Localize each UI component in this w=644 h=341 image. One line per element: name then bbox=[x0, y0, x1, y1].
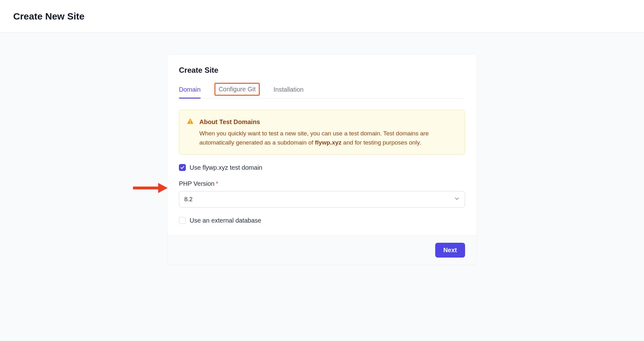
tab-domain[interactable]: Domain bbox=[179, 83, 201, 98]
external-db-label[interactable]: Use an external database bbox=[190, 217, 261, 224]
test-domain-alert: About Test Domains When you quickly want… bbox=[179, 110, 465, 155]
php-version-select[interactable]: 8.2 bbox=[179, 191, 465, 207]
tab-label: Installation bbox=[274, 86, 304, 93]
alert-title: About Test Domains bbox=[199, 117, 457, 127]
alert-text: When you quickly want to test a new site… bbox=[199, 129, 457, 147]
tab-label: Domain bbox=[179, 86, 201, 93]
card-footer: Next bbox=[168, 236, 476, 264]
alert-text-post: and for testing purposes only. bbox=[341, 139, 421, 146]
alert-content: About Test Domains When you quickly want… bbox=[199, 117, 457, 147]
warning-triangle-icon bbox=[187, 118, 194, 125]
card-title: Create Site bbox=[179, 66, 465, 75]
top-header: Create New Site bbox=[0, 0, 644, 33]
external-db-checkbox[interactable] bbox=[179, 217, 186, 224]
next-button[interactable]: Next bbox=[435, 243, 465, 258]
tab-installation[interactable]: Installation bbox=[274, 83, 304, 98]
page-title: Create New Site bbox=[13, 11, 85, 22]
php-version-select-wrap: 8.2 bbox=[179, 191, 465, 207]
use-test-domain-label[interactable]: Use flywp.xyz test domain bbox=[190, 164, 262, 171]
tab-configure-git[interactable]: Configure Git bbox=[214, 83, 260, 96]
check-icon bbox=[180, 165, 185, 170]
required-asterisk: * bbox=[216, 180, 218, 187]
php-version-label-text: PHP Version bbox=[179, 180, 214, 187]
create-site-card: Create Site Domain Configure Git Install… bbox=[167, 54, 477, 265]
external-db-row: Use an external database bbox=[179, 217, 465, 224]
page-body: Create Site Domain Configure Git Install… bbox=[0, 33, 644, 341]
svg-marker-1 bbox=[158, 183, 168, 193]
php-version-label: PHP Version* bbox=[179, 180, 465, 187]
use-test-domain-checkbox[interactable] bbox=[179, 164, 186, 171]
annotation-arrow bbox=[133, 182, 168, 194]
alert-text-bold: flywp.xyz bbox=[315, 139, 341, 146]
tab-bar: Domain Configure Git Installation bbox=[179, 83, 465, 99]
tab-label: Configure Git bbox=[219, 86, 256, 93]
use-test-domain-row: Use flywp.xyz test domain bbox=[179, 164, 465, 171]
card-body: Create Site Domain Configure Git Install… bbox=[168, 54, 476, 236]
